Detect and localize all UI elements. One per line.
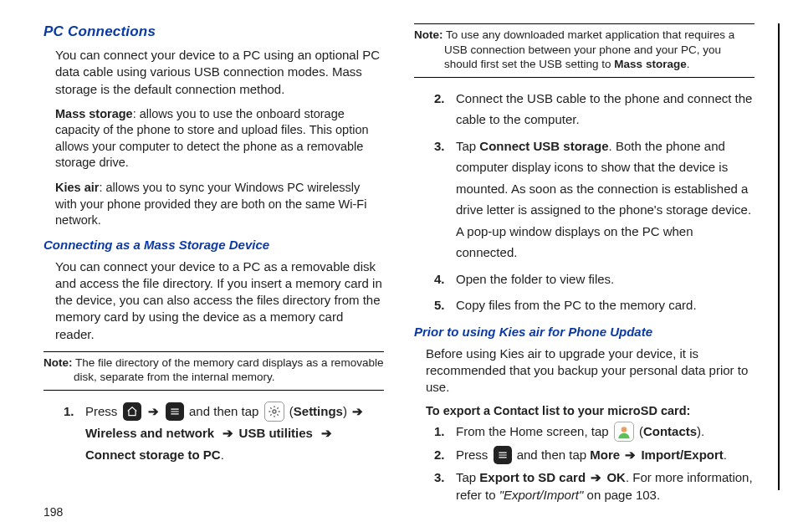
note-label: Note: bbox=[414, 28, 443, 41]
step-3: 3. Tap Connect USB storage. Both the pho… bbox=[434, 136, 755, 263]
mass-storage-label: Mass storage bbox=[55, 107, 133, 120]
note-text-a: To use any downloaded market application… bbox=[443, 28, 735, 70]
step-number: 1. bbox=[434, 422, 445, 440]
export-step-3: 3. Tap Export to SD card ➔ OK. For more … bbox=[434, 468, 755, 504]
mass-storage-paragraph: Mass storage: allows you to use the onbo… bbox=[43, 106, 384, 171]
svg-point-2 bbox=[621, 427, 627, 433]
step-number: 4. bbox=[434, 269, 445, 290]
step1-text-a: Press bbox=[85, 404, 121, 418]
menu-icon bbox=[494, 446, 512, 464]
mass-storage-bold: Mass storage bbox=[614, 58, 686, 70]
export-import-ref: "Export/Import" bbox=[499, 488, 584, 502]
kies-air-label: Kies air bbox=[55, 181, 99, 194]
home-icon bbox=[123, 402, 141, 421]
kies-air-text: : allows you to sync your Windows PC wir… bbox=[55, 181, 366, 227]
arrow-icon: ➔ bbox=[350, 404, 365, 418]
subsection-body: Before using Kies air to upgrade your de… bbox=[414, 345, 755, 396]
steps-list: 1. Press ➔ and then tap (Settings) ➔ bbox=[43, 401, 384, 465]
step3-text-a: Tap bbox=[456, 139, 479, 153]
subsection-body: You can connect your device to a PC as a… bbox=[43, 258, 384, 343]
e3-text-f: on page 103. bbox=[583, 488, 660, 502]
step-number: 2. bbox=[434, 88, 445, 110]
e2-text-a: Press bbox=[456, 448, 492, 462]
export-step-1: 1. From the Home screen, tap (Contacts). bbox=[434, 422, 755, 442]
svg-point-0 bbox=[273, 410, 276, 413]
step5-text: Copy files from the PC to the memory car… bbox=[456, 298, 697, 312]
step3-text-d: A pop-up window displays on the PC when … bbox=[456, 224, 693, 260]
more-label: More bbox=[590, 448, 620, 462]
settings-icon bbox=[264, 402, 284, 422]
arrow-icon: ➔ bbox=[221, 426, 235, 440]
arrow-icon: ➔ bbox=[146, 404, 161, 418]
menu-icon bbox=[166, 402, 184, 421]
connect-usb-storage-label: Connect USB storage bbox=[479, 139, 608, 153]
steps-list-continued: 2. Connect the USB cable to the phone an… bbox=[414, 88, 755, 316]
arrow-icon: ➔ bbox=[623, 448, 637, 462]
step4-text: Open the folder to view files. bbox=[456, 272, 614, 286]
arrow-icon: ➔ bbox=[320, 426, 334, 440]
intro-paragraph: You can connect your device to a PC usin… bbox=[43, 47, 384, 98]
manual-page: PC Connections You can connect your devi… bbox=[0, 0, 798, 532]
note-label: Note: bbox=[43, 356, 73, 369]
page-number: 198 bbox=[43, 505, 63, 519]
note-block: Note: To use any downloaded market appli… bbox=[414, 23, 755, 78]
kies-air-paragraph: Kies air: allows you to sync your Window… bbox=[43, 180, 384, 229]
step-number: 3. bbox=[434, 468, 445, 486]
left-column: PC Connections You can connect your devi… bbox=[43, 23, 384, 507]
subsection-heading: Prior to using Kies air for Phone Update bbox=[414, 325, 755, 339]
arrow-icon: ➔ bbox=[589, 470, 603, 484]
export-steps: 1. From the Home screen, tap (Contacts).… bbox=[414, 422, 755, 504]
contacts-label: Contacts bbox=[643, 424, 697, 438]
step2-text: Connect the USB cable to the phone and c… bbox=[456, 91, 752, 127]
e3-text-a: Tap bbox=[456, 470, 479, 484]
import-export-label: Import/Export bbox=[641, 448, 723, 462]
step-number: 1. bbox=[64, 401, 74, 422]
step-number: 2. bbox=[434, 446, 445, 463]
export-sd-label: Export to SD card bbox=[479, 470, 586, 484]
step-2: 2. Connect the USB cable to the phone an… bbox=[434, 88, 755, 130]
step-4: 4. Open the folder to view files. bbox=[434, 269, 755, 290]
right-column: Note: To use any downloaded market appli… bbox=[414, 23, 755, 507]
wireless-network-label: Wireless and network bbox=[85, 426, 214, 440]
usb-utilities-label: USB utilities bbox=[239, 426, 313, 440]
export-heading: To export a Contact list to your microSD… bbox=[414, 404, 755, 417]
step-1: 1. Press ➔ and then tap (Settings) ➔ bbox=[64, 401, 384, 465]
section-heading: PC Connections bbox=[43, 23, 384, 40]
subsection-heading: Connecting as a Mass Storage Device bbox=[43, 238, 384, 252]
e2-text-b: and then tap bbox=[517, 448, 591, 462]
step-number: 3. bbox=[434, 136, 445, 157]
e1-text: From the Home screen, tap bbox=[456, 424, 612, 438]
note-block: Note: The file directory of the memory c… bbox=[43, 351, 384, 391]
export-step-2: 2. Press and then tap More ➔ Import/Expo… bbox=[434, 446, 755, 465]
contacts-icon bbox=[614, 422, 634, 442]
page-edge-rule bbox=[778, 23, 780, 490]
ok-label: OK bbox=[606, 470, 626, 484]
step-number: 5. bbox=[434, 294, 445, 316]
note-text: The file directory of the memory card di… bbox=[73, 356, 384, 384]
connect-storage-label: Connect storage to PC bbox=[85, 448, 221, 462]
two-column-layout: PC Connections You can connect your devi… bbox=[43, 23, 755, 507]
step1-text-b: and then tap bbox=[189, 404, 263, 418]
step-5: 5. Copy files from the PC to the memory … bbox=[434, 294, 755, 316]
settings-label: Settings bbox=[294, 404, 343, 418]
